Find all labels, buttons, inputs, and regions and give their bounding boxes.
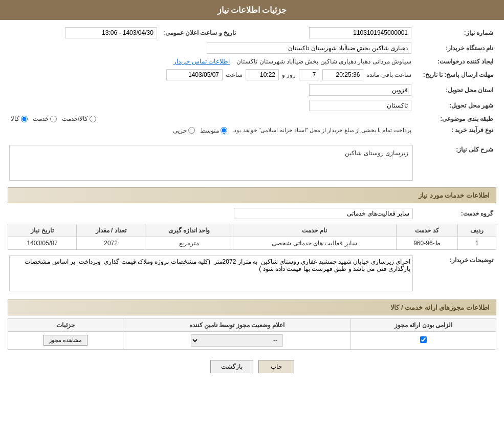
page-title: جزئیات اطلاعات نیاز: [217, 6, 287, 14]
noeFarayand-jozi[interactable]: جزیی: [173, 127, 195, 134]
cell-tedad: 2072: [77, 237, 145, 249]
col-nam: نام خدمت: [233, 224, 396, 237]
cell-kod: ط-96-960: [396, 237, 458, 249]
shahr-label: شهر محل تحویل:: [414, 98, 496, 113]
ejadKonnande-value: سیاوش مردانی دهیار دهیاری شاکین بخش ضیاآ…: [236, 58, 411, 65]
elzam-checkbox[interactable]: [420, 336, 427, 343]
sharh-value: زیرسازی روستای شاکین: [345, 150, 408, 157]
mohlat-mande-label: ساعت باقی مانده: [366, 71, 411, 78]
cell-tarikh: 1403/05/07: [8, 237, 77, 249]
noeFarayand-motevaset[interactable]: متوسط: [200, 127, 227, 134]
tabaqe-khadamat[interactable]: خدمت: [33, 115, 57, 122]
tabaqe-label: طبقه بندی موضوعی:: [414, 113, 496, 124]
table-row: 1ط-96-960سایر فعالیت های خدماتی شخصیمترم…: [8, 237, 496, 249]
shomareNiaz-label: شماره نیاز:: [414, 25, 496, 40]
tarikh-input: [65, 27, 157, 38]
col-tedad: تعداد / مقدار: [77, 224, 145, 237]
shahr-input: [309, 100, 411, 111]
mohlat-roz-label: روز و: [282, 71, 296, 78]
chap-button[interactable]: چاپ: [258, 360, 294, 373]
col-radif: ردیف: [458, 224, 496, 237]
services-table: ردیف کد خدمت نام خدمت واحد اندازه گیری ت…: [8, 224, 496, 250]
mohlat-mande: [322, 69, 363, 80]
mohlat-saat: [246, 69, 279, 80]
page-header: جزئیات اطلاعات نیاز: [0, 0, 504, 20]
tabaqe-radio-group: کالا خدمت کالا/خدمت: [11, 115, 411, 122]
khadamat-section-title: اطلاعات خدمات مورد نیاز: [8, 187, 496, 203]
cell-vahed: مترمربع: [145, 237, 233, 249]
col-ealam: اعلام وضعیت مجوز توسط نامین کننده: [123, 318, 351, 331]
ostan-input: [309, 84, 411, 96]
mohlat-saat-label: ساعت: [226, 71, 243, 78]
noeFarayand-note: پرداخت تمام یا بخشی از مبلغ خریدار از مح…: [232, 127, 411, 134]
mohlat-date: [166, 69, 223, 80]
mohlat-label: مهلت ارسال پاسخ: تا تاریخ:: [414, 67, 496, 82]
permissions-table: الزامی بودن ارائه مجوز اعلام وضعیت مجوز …: [8, 318, 496, 350]
tarikh-label: تاریخ و ساعت اعلان عمومی:: [160, 25, 246, 40]
col-vahed: واحد اندازه گیری: [145, 224, 233, 237]
ostan-label: استان محل تحویل:: [414, 82, 496, 98]
noeFarayand-radio-group: جزیی متوسط پرداخت تمام یا بخشی از مبلغ خ…: [173, 127, 411, 134]
col-tarikh: تاریخ نیاز: [8, 224, 77, 237]
joziyat-cell: مشاهده مجوز: [8, 331, 123, 349]
ejadKonnande-link[interactable]: اطلاعات تماس خریدار: [173, 58, 230, 65]
tosifat-label: توضیحات خریدار:: [414, 254, 496, 266]
tosifat-textarea: [9, 255, 413, 291]
groheKhadamat-input: [234, 208, 413, 219]
permissions-row: -- مشاهده مجوز: [8, 331, 496, 349]
cell-nam: سایر فعالیت های خدماتی شخصی: [233, 237, 396, 249]
ealam-cell: --: [123, 331, 351, 349]
namDastgah-label: نام دستگاه خریدار:: [414, 40, 496, 56]
mohlat-roz: [299, 69, 319, 80]
sharh-box: زیرسازی روستای شاکین: [9, 145, 413, 181]
namDastgah-input: [207, 42, 411, 54]
bazgasht-button[interactable]: بازگشت: [210, 360, 253, 373]
mojozha-section-title: اطلاعات مجوزهای ارائه خدمت / کالا: [8, 300, 496, 315]
sharh-label: شرح کلی نیاز:: [414, 143, 496, 156]
elzam-checkbox-cell: [351, 331, 496, 349]
view-mojoz-button[interactable]: مشاهده مجوز: [43, 335, 87, 346]
col-joziyat: جزئیات: [8, 318, 123, 331]
bottom-buttons: چاپ بازگشت: [8, 360, 496, 373]
cell-radif: 1: [458, 237, 496, 249]
tabaqe-kala-khadamat[interactable]: کالا/خدمت: [62, 115, 96, 122]
info-table: شماره نیاز: تاریخ و ساعت اعلان عمومی: نا…: [8, 25, 496, 136]
shomareNiaz-input[interactable]: [309, 27, 411, 38]
tabaqe-kala[interactable]: کالا: [11, 115, 28, 122]
col-elzam: الزامی بودن ارائه مجوز: [351, 318, 496, 331]
col-kod: کد خدمت: [396, 224, 458, 237]
groheKhadamat-label: گروه خدمت:: [414, 207, 496, 220]
ealam-select[interactable]: --: [191, 334, 283, 347]
noeFarayand-label: نوع فرآیند خرید :: [414, 124, 496, 136]
ejadKonnande-label: ایجاد کننده درخواست:: [414, 56, 496, 67]
